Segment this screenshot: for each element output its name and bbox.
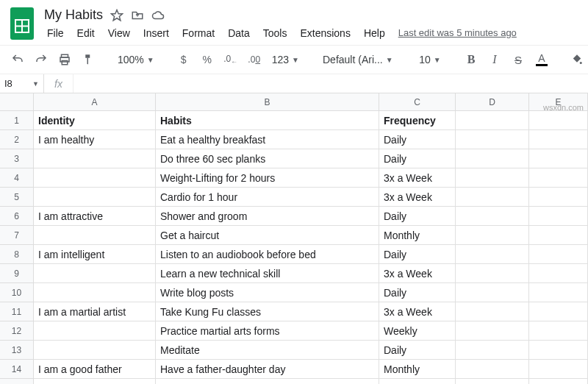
bold-button[interactable]: B bbox=[461, 49, 481, 70]
name-box[interactable]: I8 ▼ bbox=[0, 74, 44, 93]
document-title[interactable]: My Habits bbox=[44, 7, 103, 23]
cell[interactable] bbox=[456, 245, 529, 264]
row-header[interactable]: 6 bbox=[0, 207, 34, 226]
cell[interactable]: I am attractive bbox=[34, 207, 156, 226]
cell[interactable] bbox=[529, 207, 588, 226]
cell[interactable]: I am a good father bbox=[34, 360, 156, 379]
cell[interactable] bbox=[456, 341, 529, 360]
cell[interactable]: Take Kung Fu classes bbox=[156, 302, 379, 321]
cell[interactable]: 3x a Week bbox=[379, 264, 456, 283]
cell[interactable]: Do three 60 sec planks bbox=[156, 149, 379, 168]
menu-tools[interactable]: Tools bbox=[257, 24, 293, 42]
row-header[interactable]: 14 bbox=[0, 360, 34, 379]
cell[interactable]: Habits bbox=[156, 111, 379, 130]
menu-data[interactable]: Data bbox=[222, 24, 256, 42]
cell[interactable]: Cardio for 1 hour bbox=[156, 188, 379, 207]
row-header[interactable]: 7 bbox=[0, 226, 34, 245]
cell[interactable] bbox=[529, 341, 588, 360]
cell[interactable]: Write blog posts bbox=[156, 283, 379, 302]
number-format-dropdown[interactable]: 123▼ bbox=[268, 49, 304, 70]
row-header[interactable]: 13 bbox=[0, 341, 34, 360]
decrease-decimal-button[interactable]: .0← bbox=[220, 49, 241, 70]
cell[interactable]: I am a martial artist bbox=[34, 302, 156, 321]
cell[interactable]: Daily bbox=[379, 245, 456, 264]
row-header[interactable]: 4 bbox=[0, 168, 34, 188]
cell[interactable] bbox=[456, 360, 529, 379]
cell[interactable]: Weekly bbox=[379, 321, 456, 341]
print-button[interactable] bbox=[54, 49, 75, 70]
cell[interactable] bbox=[456, 111, 529, 130]
strikethrough-button[interactable]: S bbox=[508, 49, 528, 70]
cell[interactable]: Get a haircut bbox=[156, 226, 379, 245]
column-header-c[interactable]: C bbox=[379, 93, 456, 110]
cell[interactable]: Monthly bbox=[379, 226, 456, 245]
cell[interactable]: 3x a Week bbox=[379, 188, 456, 207]
cell[interactable]: Daily bbox=[379, 130, 456, 149]
undo-button[interactable] bbox=[7, 49, 28, 70]
select-all-corner[interactable] bbox=[0, 93, 34, 110]
cell[interactable] bbox=[456, 264, 529, 283]
cell[interactable]: Learn a new technical skill bbox=[156, 264, 379, 283]
cell[interactable]: Call both daughters bbox=[156, 379, 379, 384]
currency-button[interactable]: $ bbox=[173, 49, 194, 70]
cell[interactable] bbox=[529, 264, 588, 283]
cell[interactable] bbox=[34, 283, 156, 302]
row-header[interactable]: 5 bbox=[0, 188, 34, 207]
cell[interactable]: Practice martial arts forms bbox=[156, 321, 379, 341]
row-header[interactable]: 10 bbox=[0, 283, 34, 302]
increase-decimal-button[interactable]: .00 bbox=[244, 49, 265, 70]
menu-insert[interactable]: Insert bbox=[137, 24, 175, 42]
zoom-dropdown[interactable]: 100%▼ bbox=[113, 49, 159, 70]
redo-button[interactable] bbox=[31, 49, 51, 70]
cell[interactable] bbox=[456, 321, 529, 341]
cell[interactable] bbox=[456, 130, 529, 149]
cell[interactable]: 3x a Week bbox=[379, 168, 456, 188]
italic-button[interactable]: I bbox=[484, 49, 505, 70]
row-header[interactable]: 15 bbox=[0, 379, 34, 384]
cell[interactable] bbox=[456, 149, 529, 168]
cell[interactable]: Monthly bbox=[379, 360, 456, 379]
menu-help[interactable]: Help bbox=[358, 24, 391, 42]
cell[interactable] bbox=[529, 168, 588, 188]
cell[interactable]: Frequency bbox=[379, 111, 456, 130]
cell[interactable] bbox=[34, 264, 156, 283]
menu-view[interactable]: View bbox=[102, 24, 136, 42]
cell[interactable]: Meditate bbox=[156, 341, 379, 360]
cell[interactable]: 3x a Week bbox=[379, 302, 456, 321]
column-header-a[interactable]: A bbox=[34, 93, 156, 110]
last-edit-link[interactable]: Last edit was 5 minutes ago bbox=[398, 24, 517, 42]
cell[interactable] bbox=[529, 360, 588, 379]
move-icon[interactable] bbox=[131, 9, 144, 22]
fill-color-button[interactable] bbox=[567, 49, 587, 70]
cell[interactable] bbox=[529, 302, 588, 321]
cell[interactable]: Daily bbox=[379, 283, 456, 302]
menu-file[interactable]: File bbox=[41, 24, 70, 42]
cell[interactable] bbox=[529, 245, 588, 264]
cell[interactable] bbox=[529, 188, 588, 207]
cell[interactable]: I am intelligent bbox=[34, 245, 156, 264]
cell[interactable] bbox=[456, 168, 529, 188]
cell[interactable] bbox=[456, 302, 529, 321]
paint-format-button[interactable] bbox=[78, 49, 98, 70]
cell[interactable]: Listen to an audiobook before bed bbox=[156, 245, 379, 264]
cell[interactable] bbox=[34, 149, 156, 168]
cell[interactable]: Daily bbox=[379, 341, 456, 360]
cell[interactable] bbox=[34, 168, 156, 188]
row-header[interactable]: 2 bbox=[0, 130, 34, 149]
cell[interactable] bbox=[529, 149, 588, 168]
font-size-dropdown[interactable]: 10▼ bbox=[414, 49, 446, 70]
row-header[interactable]: 8 bbox=[0, 245, 34, 264]
cell[interactable] bbox=[34, 341, 156, 360]
star-icon[interactable] bbox=[110, 9, 123, 22]
cell[interactable] bbox=[456, 207, 529, 226]
cell[interactable] bbox=[34, 188, 156, 207]
cell[interactable]: Daily bbox=[379, 149, 456, 168]
cell[interactable] bbox=[456, 283, 529, 302]
row-header[interactable]: 12 bbox=[0, 321, 34, 341]
cell[interactable] bbox=[529, 226, 588, 245]
cell[interactable]: I am healthy bbox=[34, 130, 156, 149]
cell[interactable] bbox=[529, 130, 588, 149]
cell[interactable] bbox=[34, 379, 156, 384]
cell[interactable]: Weight-Lifting for 2 hours bbox=[156, 168, 379, 188]
font-dropdown[interactable]: Default (Ari...▼ bbox=[318, 49, 399, 70]
